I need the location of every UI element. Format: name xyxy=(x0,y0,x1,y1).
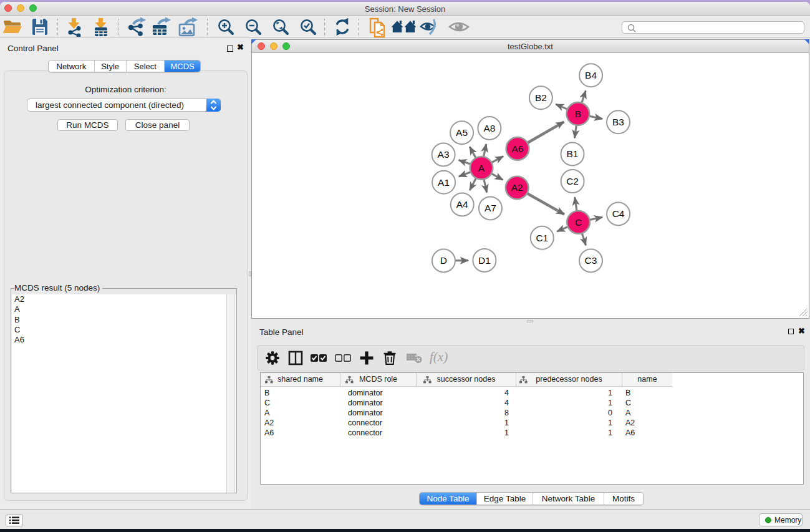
svg-text:A6: A6 xyxy=(512,143,524,154)
svg-text:B: B xyxy=(575,109,581,119)
svg-text:B2: B2 xyxy=(535,92,547,103)
svg-text:D: D xyxy=(440,255,447,266)
svg-text:A4: A4 xyxy=(456,199,468,210)
svg-text:C3: C3 xyxy=(585,255,597,266)
svg-text:B1: B1 xyxy=(567,148,579,159)
svg-text:A7: A7 xyxy=(485,203,496,213)
svg-text:C4: C4 xyxy=(612,208,625,219)
svg-text:C2: C2 xyxy=(566,176,579,186)
svg-text:A: A xyxy=(478,163,485,173)
svg-text:A2: A2 xyxy=(511,182,523,193)
svg-text:A1: A1 xyxy=(438,177,450,188)
svg-text:B3: B3 xyxy=(612,117,624,127)
svg-text:B4: B4 xyxy=(585,70,597,80)
svg-text:C1: C1 xyxy=(536,233,548,243)
svg-text:A5: A5 xyxy=(456,127,468,138)
svg-text:C: C xyxy=(575,217,582,228)
svg-text:A8: A8 xyxy=(483,123,495,133)
svg-text:A3: A3 xyxy=(438,149,450,160)
svg-text:D1: D1 xyxy=(478,255,491,266)
